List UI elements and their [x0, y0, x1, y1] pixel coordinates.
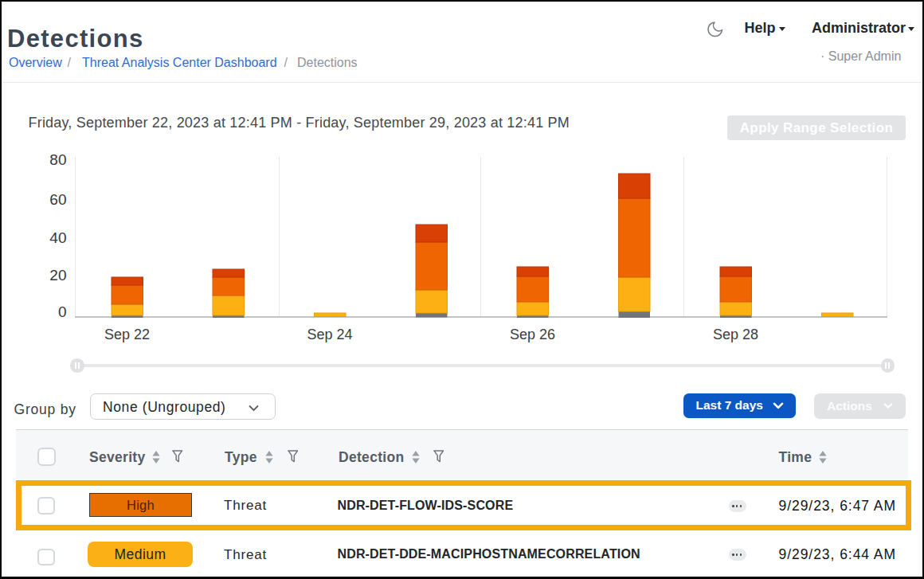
svg-text:Sep 28: Sep 28: [713, 327, 758, 342]
svg-text:40: 40: [49, 229, 66, 246]
svg-text:0: 0: [58, 303, 67, 320]
svg-text:Sep 26: Sep 26: [510, 327, 555, 342]
svg-text:Sep 22: Sep 22: [104, 327, 150, 342]
svg-text:Sep 24: Sep 24: [307, 327, 352, 342]
svg-text:60: 60: [49, 191, 66, 208]
svg-text:20: 20: [49, 267, 66, 284]
svg-text:80: 80: [49, 151, 66, 168]
